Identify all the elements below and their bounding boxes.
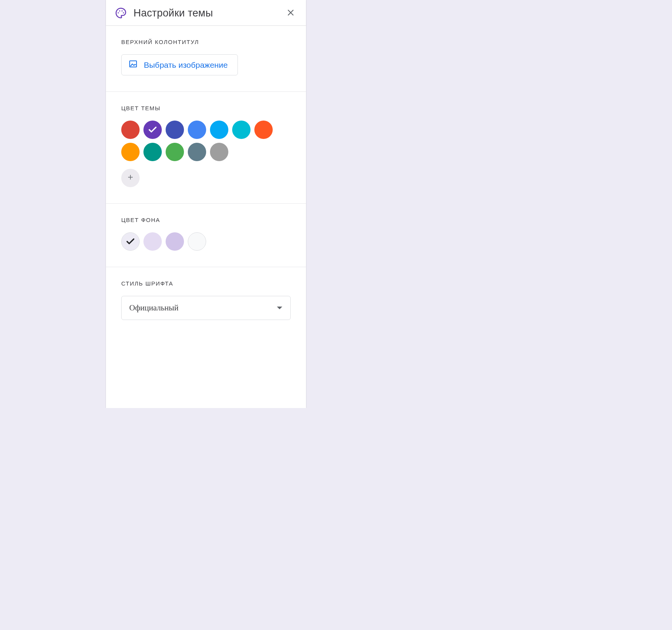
chevron-down-icon	[277, 305, 283, 312]
theme-color-swatches	[121, 121, 291, 187]
font-style-value: Официальный	[129, 303, 179, 313]
svg-point-2	[122, 10, 123, 11]
theme-color-swatch[interactable]	[143, 143, 162, 161]
theme-color-swatch[interactable]	[188, 143, 206, 161]
palette-icon	[115, 7, 127, 19]
background-color-swatch[interactable]	[166, 232, 184, 251]
section-label-background-color: ЦВЕТ ФОНА	[121, 217, 291, 223]
background-color-section: ЦВЕТ ФОНА	[106, 204, 306, 267]
theme-color-swatch[interactable]	[232, 121, 251, 139]
section-label-header-image: ВЕРХНИЙ КОЛОНТИТУЛ	[121, 39, 291, 45]
section-label-theme-color: ЦВЕТ ТЕМЫ	[121, 105, 291, 111]
section-label-font-style: СТИЛЬ ШРИФТА	[121, 280, 291, 287]
choose-image-button[interactable]: Выбрать изображение	[121, 54, 238, 75]
svg-point-3	[123, 12, 124, 13]
theme-color-swatch[interactable]	[254, 121, 273, 139]
svg-point-1	[119, 10, 120, 11]
theme-color-swatch[interactable]	[166, 121, 184, 139]
theme-color-swatch[interactable]	[210, 143, 228, 161]
font-style-section: СТИЛЬ ШРИФТА Официальный	[106, 267, 306, 336]
svg-point-0	[118, 12, 119, 13]
image-icon	[129, 59, 138, 70]
theme-color-swatch[interactable]	[166, 143, 184, 161]
close-icon	[286, 8, 295, 18]
font-style-select[interactable]: Официальный	[121, 296, 291, 320]
background-color-swatch[interactable]	[143, 232, 162, 251]
theme-color-swatch[interactable]	[121, 143, 140, 161]
panel-title: Настройки темы	[133, 7, 285, 19]
theme-color-swatch[interactable]	[121, 121, 140, 139]
theme-color-swatch[interactable]	[188, 121, 206, 139]
plus-icon	[127, 173, 134, 183]
background-color-swatch[interactable]	[121, 232, 140, 251]
background-color-swatches	[121, 232, 291, 251]
background-color-swatch[interactable]	[188, 232, 206, 251]
theme-color-swatch[interactable]	[210, 121, 228, 139]
panel-header: Настройки темы	[106, 0, 306, 26]
close-button[interactable]	[285, 7, 297, 19]
choose-image-label: Выбрать изображение	[144, 60, 228, 70]
header-image-section: ВЕРХНИЙ КОЛОНТИТУЛ Выбрать изображение	[106, 26, 306, 92]
theme-color-section: ЦВЕТ ТЕМЫ	[106, 92, 306, 204]
add-custom-color-button[interactable]	[121, 169, 140, 187]
theme-settings-panel: Настройки темы ВЕРХНИЙ КОЛОНТИТУЛ Выбрат…	[106, 0, 306, 408]
theme-color-swatch[interactable]	[143, 121, 162, 139]
